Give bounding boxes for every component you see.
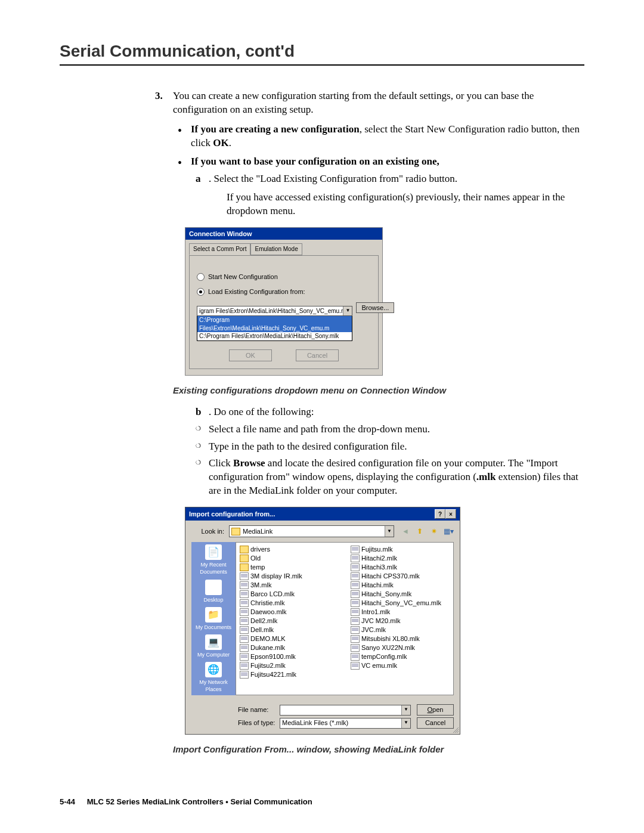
- file-item[interactable]: Hitachi3.mlk: [351, 563, 450, 572]
- look-in-combo[interactable]: MediaLink ▼: [229, 525, 394, 537]
- files-of-type-combo[interactable]: MediaLink Files (*.mlk) ▼: [280, 718, 411, 729]
- help-icon[interactable]: ?: [435, 509, 445, 519]
- chevron-down-icon[interactable]: ▼: [385, 526, 394, 537]
- place-my-recent-documents[interactable]: 📄My Recent Documents: [193, 544, 234, 575]
- file-item[interactable]: JVC.mlk: [351, 625, 450, 634]
- file-icon: [240, 617, 249, 625]
- radio-start-new[interactable]: Start New Configuration: [197, 272, 371, 281]
- file-item[interactable]: Christie.mlk: [240, 599, 339, 608]
- file-item[interactable]: 3M.mlk: [240, 581, 339, 590]
- page-title: Serial Communication, cont'd: [60, 42, 584, 66]
- files-of-type-label: Files of type:: [238, 719, 280, 727]
- back-icon[interactable]: ◄: [400, 526, 411, 537]
- file-icon: [240, 662, 249, 670]
- file-icon: [351, 644, 360, 652]
- file-icon: [351, 662, 360, 670]
- file-item[interactable]: tempConfig.mlk: [351, 652, 450, 661]
- tab-emulation-mode[interactable]: Emulation Mode: [250, 243, 302, 255]
- folder-item[interactable]: drivers: [240, 545, 339, 554]
- radio-load-existing[interactable]: Load Existing Configuration from:: [197, 287, 371, 296]
- config-path-dropdown-list[interactable]: C:\Program Files\Extron\MediaLink\Hitach…: [197, 316, 352, 341]
- file-item[interactable]: Mitsubishi XL80.mlk: [351, 634, 450, 643]
- file-icon: [240, 599, 249, 607]
- file-icon: [240, 581, 249, 589]
- file-icon: [351, 546, 360, 553]
- cancel-button[interactable]: Cancel: [296, 349, 339, 362]
- tab-select-comm-port[interactable]: Select a Comm Port: [189, 243, 250, 255]
- option-select-from-dropdown: ❍Select a file name and path from the dr…: [209, 423, 584, 436]
- place-my-computer[interactable]: 💻My Computer: [197, 634, 230, 658]
- caption-connection-window: Existing configurations dropdown menu on…: [173, 385, 584, 397]
- file-icon: [240, 572, 249, 580]
- place-my-network-places[interactable]: 🌐My Network Places: [193, 662, 234, 693]
- place-icon: 📄: [205, 544, 222, 560]
- folder-item[interactable]: Old: [240, 554, 339, 563]
- file-item[interactable]: Hitachi_Sony_VC_emu.mlk: [351, 599, 450, 608]
- chevron-down-icon[interactable]: ▼: [343, 306, 352, 316]
- file-name-input[interactable]: ▼: [280, 705, 411, 716]
- new-folder-icon[interactable]: ✷: [429, 526, 439, 537]
- file-item[interactable]: Daewoo.mlk: [240, 608, 339, 617]
- substep-b: b . Do one of the following:: [209, 405, 584, 419]
- look-in-label: Look in:: [191, 527, 224, 536]
- resize-grip-icon[interactable]: [451, 726, 459, 733]
- file-item[interactable]: Intro1.mlk: [351, 608, 450, 617]
- file-item[interactable]: Sanyo XU22N.mlk: [351, 643, 450, 652]
- file-icon: [351, 572, 360, 580]
- file-item[interactable]: Fujitsu2.mlk: [240, 661, 339, 670]
- file-item[interactable]: Hitachi_Sony.mlk: [351, 590, 450, 599]
- file-icon: [351, 635, 360, 643]
- folder-icon: [240, 555, 249, 562]
- browse-button[interactable]: Browse...: [356, 302, 394, 314]
- file-item[interactable]: Hitachi2.mlk: [351, 554, 450, 563]
- file-item[interactable]: Epson9100.mlk: [240, 652, 339, 661]
- config-path-combo[interactable]: igram Files\Extron\MediaLink\Hitachi_Son…: [197, 306, 352, 317]
- place-icon: 🌐: [205, 662, 222, 677]
- file-item[interactable]: Dell2.mlk: [240, 617, 339, 625]
- close-icon[interactable]: ×: [445, 509, 456, 519]
- file-item[interactable]: Barco LCD.mlk: [240, 590, 339, 599]
- connection-window-title: Connection Window: [185, 228, 382, 240]
- chevron-down-icon[interactable]: ▼: [401, 719, 410, 728]
- folder-item[interactable]: temp: [240, 563, 339, 572]
- up-one-level-icon[interactable]: ⬆: [414, 526, 425, 537]
- file-item[interactable]: Dukane.mlk: [240, 643, 339, 652]
- views-icon[interactable]: ▦▾: [443, 526, 454, 537]
- file-item[interactable]: 3M display IR.mlk: [240, 572, 339, 581]
- step-number: 3.: [155, 89, 170, 103]
- caption-import-dialog: Import Configuration From... window, sho…: [173, 744, 584, 755]
- bullet-new-config: • If you are creating a new configuratio…: [191, 123, 584, 150]
- file-icon: [240, 608, 249, 616]
- file-icon: [351, 599, 360, 607]
- place-icon: 💻: [205, 634, 222, 650]
- file-item[interactable]: Hitachi.mlk: [351, 581, 450, 590]
- file-list[interactable]: driversOldtemp3M display IR.mlk3M.mlkBar…: [236, 542, 454, 695]
- place-desktop[interactable]: 🖥Desktop: [203, 580, 223, 603]
- file-item[interactable]: JVC M20.mlk: [351, 617, 450, 625]
- file-icon: [240, 653, 249, 661]
- file-icon: [351, 653, 360, 661]
- file-item[interactable]: DEMO.MLK: [240, 634, 339, 643]
- ok-button[interactable]: OK: [229, 349, 272, 362]
- file-icon: [240, 644, 249, 652]
- chevron-down-icon[interactable]: ▼: [401, 705, 410, 715]
- file-item[interactable]: Dell.mlk: [240, 625, 339, 634]
- file-item[interactable]: Hitachi CPS370.mlk: [351, 572, 450, 581]
- file-item[interactable]: Fujitsu4221.mlk: [240, 670, 339, 679]
- file-icon: [351, 590, 360, 598]
- import-configuration-dialog: Import configuration from... ? × Look in…: [185, 507, 460, 735]
- bullet-existing-config: • If you want to base your configuration…: [191, 155, 584, 218]
- file-item[interactable]: VC emu.mlk: [351, 661, 450, 670]
- folder-icon: [240, 546, 249, 553]
- folder-icon: [240, 563, 249, 571]
- step-3: 3. You can create a new configuration st…: [173, 89, 584, 117]
- connection-window-screenshot: Connection Window Select a Comm Port Emu…: [185, 227, 383, 376]
- file-item[interactable]: Fujitsu.mlk: [351, 545, 450, 554]
- radio-icon-selected: [197, 288, 205, 296]
- cancel-button[interactable]: Cancel: [417, 717, 454, 729]
- file-icon: [351, 555, 360, 562]
- place-my-documents[interactable]: 📁My Documents: [196, 607, 231, 631]
- folder-icon: [231, 528, 240, 535]
- open-button[interactable]: Open: [417, 704, 454, 716]
- file-icon: [351, 626, 360, 634]
